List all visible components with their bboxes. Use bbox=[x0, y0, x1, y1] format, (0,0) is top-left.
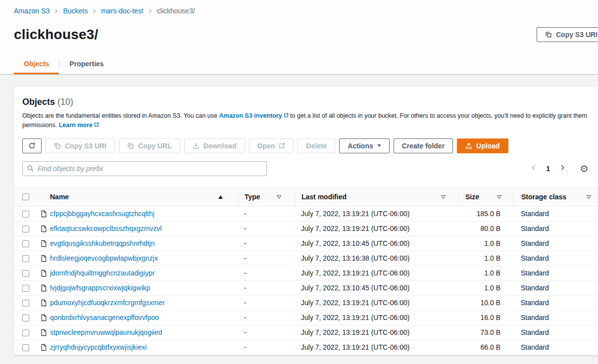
delete-label: Delete bbox=[306, 142, 327, 150]
copy-s3-uri-header-button[interactable]: Copy S3 URI bbox=[537, 27, 598, 42]
object-storage-class-cell: Standard bbox=[513, 299, 598, 307]
actions-dropdown-button[interactable]: Actions bbox=[339, 138, 389, 153]
next-page-button[interactable] bbox=[558, 163, 567, 174]
object-size-cell: 80.0 B bbox=[458, 225, 513, 232]
file-icon bbox=[40, 329, 48, 336]
description-text-1: Objects are the fundamental entities sto… bbox=[22, 112, 219, 119]
object-name-cell: jdomfndjhquiltmgghcnzautadigiypr bbox=[40, 269, 238, 277]
object-name-link[interactable]: qonbrdxrhlvysanacgenexpffovvfpoo bbox=[50, 314, 159, 321]
column-header-last-modified[interactable]: Last modified bbox=[295, 187, 458, 206]
select-all-checkbox[interactable] bbox=[22, 193, 29, 200]
create-folder-button[interactable]: Create folder bbox=[394, 138, 453, 153]
row-checkbox-cell bbox=[14, 269, 40, 277]
gear-icon: ⚙ bbox=[580, 163, 589, 174]
object-type-cell: - bbox=[238, 284, 295, 292]
copy-icon bbox=[127, 142, 134, 149]
column-header-name[interactable]: Name bbox=[40, 187, 238, 206]
previous-page-button[interactable] bbox=[529, 163, 538, 174]
object-name-link[interactable]: stpnwcleepmvruwwqlpaunukjqogiied bbox=[50, 328, 162, 336]
search-box bbox=[22, 161, 267, 176]
object-name-link[interactable]: cfppcjbbggayhcxcasfxsugtzhcqlthj bbox=[50, 210, 154, 218]
object-name-link[interactable]: lvjdjgojwfsgrappscrxixwjqkigwikp bbox=[50, 284, 150, 292]
object-storage-class-cell: Standard bbox=[513, 343, 598, 351]
page-title: clickhouse3/ bbox=[14, 27, 98, 43]
breadcrumb-link[interactable]: Amazon S3 bbox=[14, 7, 50, 15]
search-icon bbox=[27, 165, 34, 174]
object-name-cell: stpnwcleepmvruwwqlpaunukjqogiied bbox=[40, 328, 238, 336]
object-size-cell: 1.0 B bbox=[458, 269, 513, 277]
object-storage-class-cell: Standard bbox=[513, 314, 598, 321]
row-checkbox[interactable] bbox=[22, 344, 29, 351]
object-last-modified-cell: July 7, 2022, 13:16:38 (UTC-06:00) bbox=[295, 254, 458, 262]
object-last-modified-cell: July 7, 2022, 13:19:21 (UTC-06:00) bbox=[295, 343, 458, 351]
object-type-cell: - bbox=[238, 314, 295, 321]
file-icon bbox=[40, 255, 48, 262]
object-last-modified-cell: July 7, 2022, 13:10:45 (UTC-06:00) bbox=[295, 239, 458, 247]
column-header-type[interactable]: Type bbox=[238, 187, 295, 206]
column-header-size[interactable]: Size bbox=[458, 187, 513, 206]
object-name-link[interactable]: pdumoxyhjcdfuoqkrzxmfcrgmfgsxmer bbox=[50, 299, 165, 307]
learn-more-link[interactable]: Learn more bbox=[59, 122, 99, 129]
inventory-link[interactable]: Amazon S3 inventory bbox=[219, 112, 288, 119]
row-checkbox[interactable] bbox=[22, 211, 29, 218]
delete-button[interactable]: Delete bbox=[298, 138, 335, 153]
object-last-modified-cell: July 7, 2022, 13:10:45 (UTC-06:00) bbox=[295, 284, 458, 292]
object-name-cell: hrdlsleegjoqevcogbpwlapwbjxgnzjx bbox=[40, 254, 238, 262]
table-header-row: Name Type Last modified bbox=[14, 187, 598, 207]
row-checkbox[interactable] bbox=[22, 255, 29, 262]
row-checkbox[interactable] bbox=[22, 329, 29, 336]
copy-url-button[interactable]: Copy URL bbox=[119, 138, 180, 153]
table-row: evgtlqusgiksshkubetrqqpshnrhdtjn - July … bbox=[14, 236, 598, 251]
object-size-cell: 185.0 B bbox=[458, 210, 513, 218]
copy-icon bbox=[545, 31, 552, 38]
object-size-cell: 73.0 B bbox=[458, 328, 513, 336]
upload-button[interactable]: Upload bbox=[457, 138, 508, 153]
column-header-storage-class[interactable]: Storage class bbox=[513, 187, 598, 206]
row-checkbox[interactable] bbox=[22, 285, 29, 292]
content-area: Objects (10) Objects are the fundamental… bbox=[0, 75, 598, 356]
breadcrumb-link: clickhouse3/ bbox=[157, 7, 195, 15]
breadcrumb-link[interactable]: Buckets bbox=[63, 7, 88, 15]
object-storage-class-cell: Standard bbox=[513, 225, 598, 232]
breadcrumb-link[interactable]: mars-doc-test bbox=[101, 7, 144, 15]
object-last-modified-cell: July 7, 2022, 13:19:21 (UTC-06:00) bbox=[295, 225, 458, 232]
tab-objects[interactable]: Objects bbox=[14, 53, 59, 74]
object-name-link[interactable]: jdomfndjhquiltmgghcnzautadigiypr bbox=[50, 269, 155, 277]
object-name-cell: zjrryqhdnjycypcqbtfxyxwjisjkiexi bbox=[40, 343, 238, 351]
create-folder-label: Create folder bbox=[402, 142, 445, 150]
title-row: clickhouse3/ Copy S3 URI bbox=[14, 27, 584, 43]
row-checkbox[interactable] bbox=[22, 270, 29, 277]
object-name-link[interactable]: zjrryqhdnjycypcqbtfxyxwjisjkiexi bbox=[50, 343, 147, 351]
open-button[interactable]: Open bbox=[249, 138, 294, 153]
page-header: Amazon S3 Buckets mars-doc-test clickhou… bbox=[0, 0, 598, 75]
object-name-link[interactable]: evgtlqusgiksshkubetrqqpshnrhdtjn bbox=[50, 239, 155, 247]
object-size-cell: 1.0 B bbox=[458, 284, 513, 292]
row-checkbox-cell bbox=[14, 328, 40, 336]
row-checkbox[interactable] bbox=[22, 300, 29, 307]
tab-properties[interactable]: Properties bbox=[59, 53, 113, 74]
copy-s3-uri-button[interactable]: Copy S3 URI bbox=[46, 138, 115, 153]
row-checkbox[interactable] bbox=[22, 240, 29, 247]
row-checkbox[interactable] bbox=[22, 226, 29, 232]
file-icon bbox=[40, 240, 48, 247]
storage-class-header-label: Storage class bbox=[521, 193, 566, 201]
find-objects-input[interactable] bbox=[22, 161, 267, 176]
object-name-cell: cfppcjbbggayhcxcasfxsugtzhcqlthj bbox=[40, 210, 238, 218]
object-name-link[interactable]: hrdlsleegjoqevcogbpwlapwbjxgnzjx bbox=[50, 254, 158, 262]
refresh-button[interactable] bbox=[22, 138, 42, 153]
download-button[interactable]: Download bbox=[184, 138, 245, 153]
name-header-label: Name bbox=[50, 193, 69, 201]
copy-icon bbox=[54, 142, 61, 149]
object-type-cell: - bbox=[238, 210, 295, 218]
inventory-link-label: Amazon S3 inventory bbox=[219, 112, 282, 119]
object-size-cell: 16.0 B bbox=[458, 314, 513, 321]
object-name-link[interactable]: efktaqtucswkcowpclbsszhqxgzmvzvl bbox=[50, 225, 162, 232]
external-link-icon bbox=[284, 111, 289, 121]
row-checkbox-cell bbox=[14, 299, 40, 307]
refresh-icon bbox=[28, 142, 36, 149]
row-checkbox[interactable] bbox=[22, 315, 29, 321]
sort-icon bbox=[586, 193, 592, 201]
object-storage-class-cell: Standard bbox=[513, 254, 598, 262]
preferences-button[interactable]: ⚙ bbox=[580, 164, 589, 174]
current-page-number[interactable]: 1 bbox=[546, 165, 550, 173]
